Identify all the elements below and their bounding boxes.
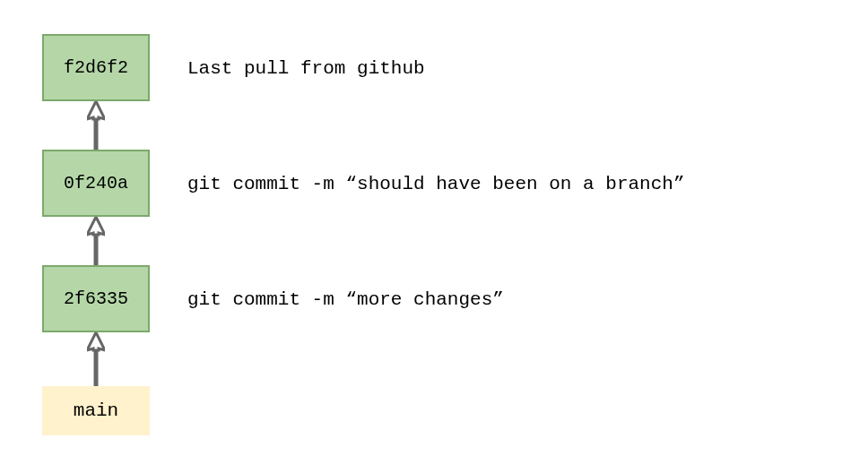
commit-node: f2d6f2: [42, 34, 150, 101]
arrow-up-icon: [87, 101, 105, 150]
branch-name: main: [74, 400, 118, 421]
svg-marker-5: [87, 332, 105, 350]
commit-description: git commit -m “more changes”: [187, 289, 504, 310]
commit-hash: f2d6f2: [64, 57, 128, 78]
svg-marker-1: [87, 101, 105, 119]
commit-description: git commit -m “should have been on a bra…: [187, 174, 685, 194]
arrow-up-icon: [87, 217, 105, 265]
commit-node: 0f240a: [42, 150, 150, 217]
commit-node: 2f6335: [42, 265, 150, 332]
commit-hash: 2f6335: [64, 288, 128, 309]
svg-marker-3: [87, 217, 105, 235]
commit-hash: 0f240a: [64, 173, 128, 194]
arrow-up-icon: [87, 332, 105, 386]
branch-node: main: [42, 386, 150, 435]
commit-description: Last pull from github: [187, 58, 425, 79]
